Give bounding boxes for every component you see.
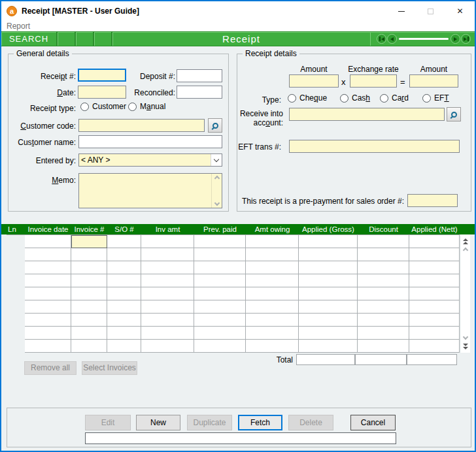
grid-cell[interactable] [194, 314, 246, 327]
grid-cell[interactable] [409, 340, 460, 353]
grid-cell[interactable] [141, 300, 194, 314]
exchange-rate-input[interactable] [350, 74, 397, 88]
grid-cell[interactable] [299, 300, 358, 314]
minimize-button[interactable] [386, 1, 416, 21]
radio-customer[interactable]: Customer [80, 102, 126, 111]
grid-cell[interactable] [25, 274, 71, 287]
scroll-last-button[interactable] [463, 342, 468, 351]
radio-manual[interactable]: Manual [128, 102, 165, 111]
grid-cell[interactable] [71, 248, 107, 261]
grid-cell[interactable] [358, 235, 409, 248]
grid-cell[interactable] [107, 340, 141, 353]
memo-scrollbar[interactable] [211, 174, 222, 208]
grid-cell[interactable] [25, 248, 71, 261]
grid-cell[interactable] [409, 261, 460, 274]
grid-cell[interactable] [299, 274, 358, 287]
grid-cell[interactable] [141, 248, 194, 261]
radio-eft[interactable]: EFT [422, 93, 449, 103]
amount2-input[interactable] [409, 74, 458, 88]
grid-cell[interactable] [141, 287, 194, 300]
grid-cell[interactable] [299, 327, 358, 340]
grid-cell[interactable] [299, 287, 358, 300]
cancel-button[interactable]: Cancel [350, 415, 396, 430]
previous-record-button[interactable] [387, 34, 397, 44]
grid-cell[interactable] [194, 340, 246, 353]
grid-cell[interactable] [25, 340, 71, 353]
grid-cell[interactable] [358, 314, 409, 327]
scroll-up-button[interactable] [464, 246, 468, 255]
grid-cell[interactable] [107, 300, 141, 314]
entered-by-dropdown[interactable]: < ANY > [78, 153, 222, 167]
grid-cell[interactable] [141, 261, 194, 274]
grid-cell[interactable] [246, 287, 299, 300]
grid-cell[interactable] [71, 300, 107, 314]
grid-cell[interactable] [358, 274, 409, 287]
grid-cell[interactable] [25, 287, 71, 300]
search-button[interactable]: SEARCH [1, 32, 58, 46]
dropdown-button[interactable] [211, 154, 222, 166]
amount-input[interactable] [289, 74, 339, 88]
table-scrollbar[interactable] [461, 234, 470, 353]
radio-cash[interactable]: Cash [340, 93, 370, 103]
grid-cell[interactable] [409, 300, 460, 314]
grid-cell[interactable] [25, 314, 71, 327]
grid-cell[interactable] [25, 235, 71, 248]
grid-cell[interactable] [246, 235, 299, 248]
toolbar-button-3[interactable] [94, 32, 112, 46]
account-lookup-button[interactable] [447, 107, 461, 121]
grid-cell[interactable] [194, 327, 246, 340]
new-button[interactable]: New [136, 415, 180, 430]
scroll-down-button[interactable] [464, 332, 468, 342]
grid-cell[interactable] [107, 314, 141, 327]
grid-cell[interactable] [25, 300, 71, 314]
grid-cell[interactable] [107, 327, 141, 340]
grid-cell[interactable] [107, 248, 141, 261]
grid-cell[interactable] [71, 261, 107, 274]
menu-report[interactable]: Report [7, 22, 30, 31]
next-record-button[interactable] [450, 34, 460, 44]
grid-cell[interactable] [194, 300, 246, 314]
grid-cell[interactable] [25, 327, 71, 340]
grid-cell[interactable] [409, 314, 460, 327]
record-slider[interactable] [398, 38, 450, 40]
grid-cell[interactable] [194, 261, 246, 274]
customer-lookup-button[interactable] [208, 118, 222, 133]
grid-cell[interactable] [409, 287, 460, 300]
grid-cell[interactable] [358, 300, 409, 314]
grid-cell[interactable] [299, 235, 358, 248]
last-record-button[interactable] [461, 34, 471, 44]
toolbar-button-2[interactable] [76, 32, 94, 46]
grid-cell[interactable] [71, 340, 107, 353]
grid-cell[interactable] [299, 248, 358, 261]
fetch-button[interactable]: Fetch [238, 415, 282, 430]
grid-cell[interactable] [299, 340, 358, 353]
grid-cell[interactable] [246, 261, 299, 274]
customer-code-input[interactable] [78, 119, 205, 132]
grid-cell[interactable] [141, 314, 194, 327]
grid-cell[interactable] [194, 248, 246, 261]
selected-cell[interactable] [71, 235, 107, 248]
customer-name-input[interactable] [78, 135, 222, 148]
grid-cell[interactable] [71, 274, 107, 287]
grid-cell[interactable] [246, 300, 299, 314]
receive-account-input[interactable] [289, 108, 445, 121]
grid-cell[interactable] [409, 235, 460, 248]
radio-card[interactable]: Card [380, 93, 409, 103]
first-record-button[interactable] [377, 34, 386, 44]
memo-textarea[interactable] [78, 173, 222, 208]
grid-cell[interactable] [299, 261, 358, 274]
grid-cell[interactable] [107, 274, 141, 287]
grid-cell[interactable] [107, 261, 141, 274]
grid-cell[interactable] [141, 235, 194, 248]
deposit-number-input[interactable] [177, 69, 222, 82]
grid-cell[interactable] [107, 235, 141, 248]
grid-cell[interactable] [107, 287, 141, 300]
grid-cell[interactable] [299, 314, 358, 327]
grid-cell[interactable] [246, 314, 299, 327]
grid-cell[interactable] [246, 340, 299, 353]
status-input[interactable] [85, 432, 396, 444]
close-button[interactable]: ✕ [445, 1, 475, 21]
grid-cell[interactable] [194, 235, 246, 248]
grid-cell[interactable] [141, 340, 194, 353]
grid-cell[interactable] [25, 261, 71, 274]
